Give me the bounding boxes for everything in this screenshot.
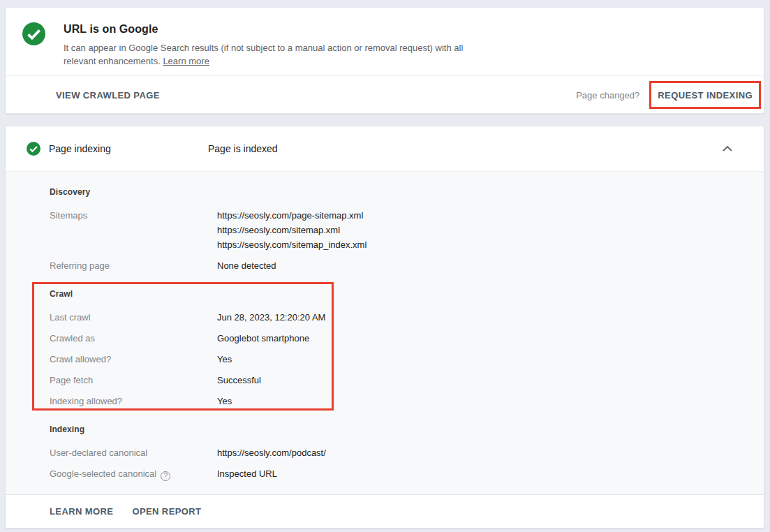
- indexing-details: Discovery Sitemaps https://seosly.com/pa…: [6, 171, 764, 495]
- section-indexing: Indexing User-declared canonical https:/…: [50, 424, 747, 481]
- accordion-title: Page indexing: [49, 143, 208, 154]
- status-actions-row: VIEW CRAWLED PAGE Page changed? REQUEST …: [6, 76, 764, 114]
- section-title: Discovery: [50, 187, 747, 197]
- row-label: Referring page: [50, 258, 217, 273]
- row-label: Google-selected canonical?: [50, 466, 217, 481]
- detail-row-indexing-allowed: Indexing allowed? Yes: [50, 394, 747, 408]
- open-report-button[interactable]: OPEN REPORT: [132, 506, 201, 517]
- page-title: URL is on Google: [64, 22, 477, 36]
- section-title: Crawl: [50, 289, 747, 299]
- status-summary: URL is on Google It can appear in Google…: [6, 8, 764, 75]
- row-label: User-declared canonical: [50, 445, 217, 460]
- row-label-text: Google-selected canonical: [50, 468, 156, 479]
- learn-more-button[interactable]: LEARN MORE: [50, 506, 113, 517]
- section-title: Indexing: [50, 424, 747, 434]
- section-crawl: Crawl Last crawl Jun 28, 2023, 12:20:20 …: [50, 289, 747, 408]
- annotation-box-request-indexing: REQUEST INDEXING: [649, 81, 761, 109]
- detail-row-page-fetch: Page fetch Successful: [50, 373, 747, 387]
- indexing-card-footer: LEARN MORE OPEN REPORT: [6, 495, 764, 528]
- sitemap-url: https://seosly.com/page-sitemap.xml: [217, 208, 367, 223]
- page-indexing-accordion-header[interactable]: Page indexing Page is indexed: [6, 126, 764, 171]
- row-label: Crawl allowed?: [50, 352, 217, 367]
- detail-row-sitemaps: Sitemaps https://seosly.com/page-sitemap…: [50, 208, 747, 252]
- annotation-box-crawl: [32, 282, 334, 411]
- row-label: Page fetch: [50, 373, 217, 387]
- help-icon[interactable]: ?: [161, 471, 170, 481]
- page-indexing-card: Page indexing Page is indexed Discovery …: [5, 126, 764, 529]
- detail-row-crawled-as: Crawled as Googlebot smartphone: [50, 331, 747, 346]
- row-value: Jun 28, 2023, 12:20:20 AM: [217, 310, 325, 325]
- sitemap-url: https://seosly.com/sitemap_index.xml: [217, 237, 367, 252]
- row-label: Crawled as: [50, 331, 217, 346]
- accordion-status: Page is indexed: [208, 143, 723, 154]
- check-circle-icon: [22, 22, 45, 45]
- row-values: https://seosly.com/page-sitemap.xml http…: [217, 208, 367, 252]
- row-value: https://seosly.com/podcast/: [217, 445, 326, 460]
- row-value: None detected: [217, 258, 276, 273]
- detail-row-crawl-allowed: Crawl allowed? Yes: [50, 352, 747, 367]
- detail-row-last-crawl: Last crawl Jun 28, 2023, 12:20:20 AM: [50, 310, 747, 325]
- row-value: Successful: [217, 373, 261, 387]
- row-label: Last crawl: [50, 310, 217, 325]
- row-value: Inspected URL: [217, 466, 277, 481]
- request-indexing-button[interactable]: REQUEST INDEXING: [658, 90, 753, 101]
- status-description: It can appear in Google Search results (…: [64, 41, 477, 68]
- row-label: Indexing allowed?: [50, 394, 217, 408]
- sitemap-url: https://seosly.com/sitemap.xml: [217, 223, 367, 237]
- row-label: Sitemaps: [50, 208, 217, 252]
- detail-row-google-canonical: Google-selected canonical? Inspected URL: [50, 466, 747, 481]
- page-changed-hint: Page changed?: [576, 90, 639, 101]
- view-crawled-page-button[interactable]: VIEW CRAWLED PAGE: [56, 90, 160, 101]
- chevron-up-icon[interactable]: [723, 146, 732, 152]
- detail-row-referring-page: Referring page None detected: [50, 258, 747, 273]
- row-value: Yes: [217, 394, 232, 408]
- detail-row-user-canonical: User-declared canonical https://seosly.c…: [50, 445, 747, 460]
- url-status-card: URL is on Google It can appear in Google…: [5, 7, 764, 114]
- check-circle-icon: [27, 142, 40, 156]
- status-description-text: It can appear in Google Search results (…: [64, 43, 463, 66]
- row-value: Yes: [217, 352, 232, 367]
- row-value: Googlebot smartphone: [217, 331, 309, 346]
- section-discovery: Discovery Sitemaps https://seosly.com/pa…: [50, 187, 747, 273]
- learn-more-link[interactable]: Learn more: [163, 56, 209, 66]
